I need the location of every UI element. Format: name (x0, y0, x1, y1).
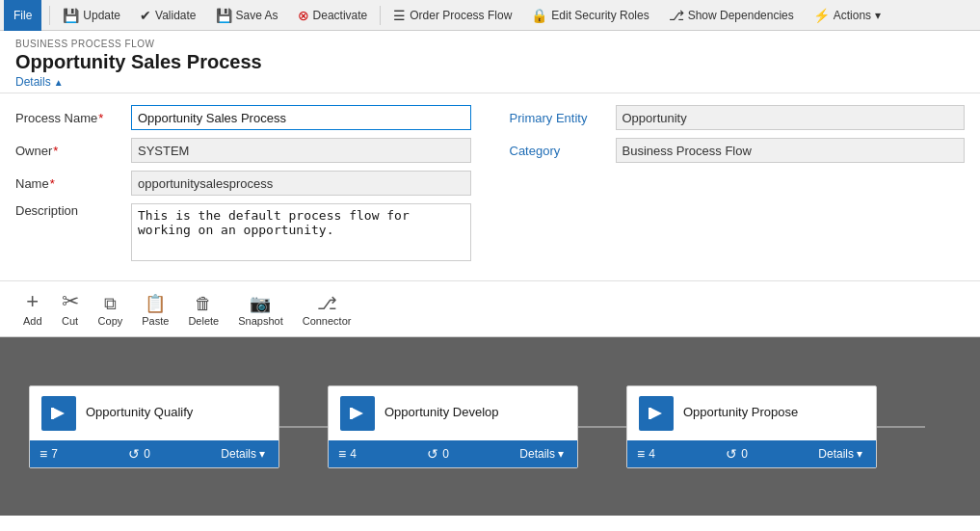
main-toolbar: File 💾 Update ✔ Validate 💾 Save As ⊗ Dea… (0, 0, 980, 31)
owner-label: Owner* (15, 144, 131, 158)
actions-chevron-icon: ▾ (875, 9, 881, 22)
order-icon: ☰ (393, 8, 406, 23)
update-button[interactable]: 💾 Update (54, 3, 129, 28)
stage-header: Opportunity Qualify (30, 386, 278, 440)
sep1 (49, 6, 50, 25)
page-title: Opportunity Sales Process (15, 51, 965, 73)
steps-icon: ≡ (40, 446, 47, 462)
breadcrumb: BUSINESS PROCESS FLOW (15, 39, 965, 49)
connector-line (279, 426, 328, 428)
svg-marker-0 (53, 408, 65, 419)
steps-item: ≡ 4 (338, 446, 427, 462)
description-label: Description (15, 203, 131, 261)
security-icon: 🔒 (531, 8, 547, 23)
primary-entity-row: Primary Entity (510, 105, 966, 130)
details-label: Details (818, 447, 854, 461)
snapshot-button[interactable]: 📷 Snapshot (230, 291, 290, 331)
steps-item: ≡ 4 (637, 446, 726, 462)
loop-count: 0 (442, 447, 449, 461)
stage-header: Opportunity Develop (329, 386, 577, 440)
deactivate-icon: ⊗ (298, 8, 309, 23)
loop-icon: ↺ (427, 446, 438, 462)
stage-card[interactable]: Opportunity Develop ≡ 4 ↺ 0 Details ▾ (328, 385, 578, 468)
owner-input[interactable] (131, 138, 471, 163)
details-button[interactable]: Details ▾ (217, 445, 269, 463)
details-chevron-icon: ▾ (558, 447, 564, 461)
steps-icon: ≡ (338, 446, 346, 462)
copy-button[interactable]: ⧉ Copy (91, 291, 131, 331)
stage-header: Opportunity Propose (627, 386, 876, 440)
save-as-icon: 💾 (216, 8, 232, 23)
loop-item: ↺ 0 (427, 446, 516, 462)
steps-count: 7 (51, 447, 58, 461)
edit-security-roles-button[interactable]: 🔒 Edit Security Roles (522, 3, 657, 28)
loop-icon: ↺ (128, 446, 140, 462)
stage-title: Opportunity Develop (384, 405, 499, 421)
form-left: Process Name* Owner* Name* Description T… (15, 105, 471, 269)
steps-count: 4 (649, 447, 655, 461)
svg-marker-4 (650, 408, 662, 419)
steps-icon: ≡ (637, 446, 645, 462)
stage-card[interactable]: Opportunity Propose ≡ 4 ↺ 0 Details ▾ (626, 385, 877, 468)
primary-entity-input (616, 105, 966, 130)
actions-button[interactable]: ⚡ Actions ▾ (805, 3, 889, 28)
required-star3: * (50, 176, 55, 191)
stage-icon (41, 396, 76, 431)
form-right: Primary Entity Category (510, 105, 966, 269)
cut-button[interactable]: ✂ Cut (54, 287, 87, 331)
delete-icon: 🗑 (195, 295, 212, 312)
category-input (616, 138, 966, 163)
steps-item: ≡ 7 (40, 446, 128, 462)
steps-count: 4 (350, 447, 357, 461)
details-link[interactable]: Details ▲ (15, 75, 965, 89)
primary-entity-label: Primary Entity (510, 111, 616, 125)
connector-button[interactable]: ⎇ Connector (295, 291, 359, 331)
stage-footer: ≡ 4 ↺ 0 Details ▾ (329, 440, 577, 467)
category-row: Category (510, 138, 966, 163)
deactivate-button[interactable]: ⊗ Deactivate (289, 3, 377, 28)
loop-item: ↺ 0 (726, 446, 814, 462)
stage-title: Opportunity Qualify (86, 405, 193, 421)
details-chevron-icon: ▾ (259, 447, 265, 461)
required-star2: * (53, 144, 58, 158)
description-textarea[interactable]: This is the default process flow for wor… (131, 203, 471, 261)
details-chevron-icon: ▾ (857, 447, 862, 461)
form-area: Process Name* Owner* Name* Description T… (0, 93, 980, 280)
stage-footer: ≡ 4 ↺ 0 Details ▾ (627, 440, 876, 467)
loop-count: 0 (144, 447, 150, 461)
process-name-input[interactable] (131, 105, 471, 130)
svg-rect-3 (350, 408, 353, 419)
owner-row: Owner* (15, 138, 471, 163)
paste-icon: 📋 (145, 295, 166, 312)
details-label: Details (221, 447, 256, 461)
delete-button[interactable]: 🗑 Delete (180, 291, 226, 331)
stage-title: Opportunity Propose (683, 405, 798, 421)
details-label: Details (519, 447, 555, 461)
validate-icon: ✔ (140, 8, 151, 23)
details-button[interactable]: Details ▾ (516, 445, 568, 463)
cut-icon: ✂ (62, 291, 79, 312)
page-header: BUSINESS PROCESS FLOW Opportunity Sales … (0, 31, 980, 93)
file-button[interactable]: File (4, 0, 41, 31)
order-process-flow-button[interactable]: ☰ Order Process Flow (384, 3, 520, 28)
trailing-connector-line (877, 426, 925, 428)
stage-card[interactable]: Opportunity Qualify ≡ 7 ↺ 0 Details ▾ (29, 385, 279, 468)
dependencies-icon: ⎇ (669, 8, 684, 23)
details-button[interactable]: Details ▾ (814, 445, 866, 463)
icon-toolbar: + Add ✂ Cut ⧉ Copy 📋 Paste 🗑 Delete 📷 Sn… (0, 280, 980, 337)
actions-icon: ⚡ (813, 8, 830, 23)
paste-button[interactable]: 📋 Paste (134, 291, 176, 331)
show-dependencies-button[interactable]: ⎇ Show Dependencies (660, 3, 803, 28)
save-as-button[interactable]: 💾 Save As (207, 3, 287, 28)
connector-icon: ⎇ (317, 295, 337, 312)
svg-marker-2 (352, 408, 363, 419)
loop-count: 0 (741, 447, 748, 461)
add-icon: + (26, 291, 39, 312)
validate-button[interactable]: ✔ Validate (131, 3, 204, 28)
add-button[interactable]: + Add (15, 287, 50, 331)
name-input[interactable] (131, 171, 471, 196)
process-name-row: Process Name* (15, 105, 471, 130)
process-canvas[interactable]: Opportunity Qualify ≡ 7 ↺ 0 Details ▾ (0, 337, 980, 516)
copy-icon: ⧉ (104, 295, 117, 312)
loop-icon: ↺ (726, 446, 737, 462)
